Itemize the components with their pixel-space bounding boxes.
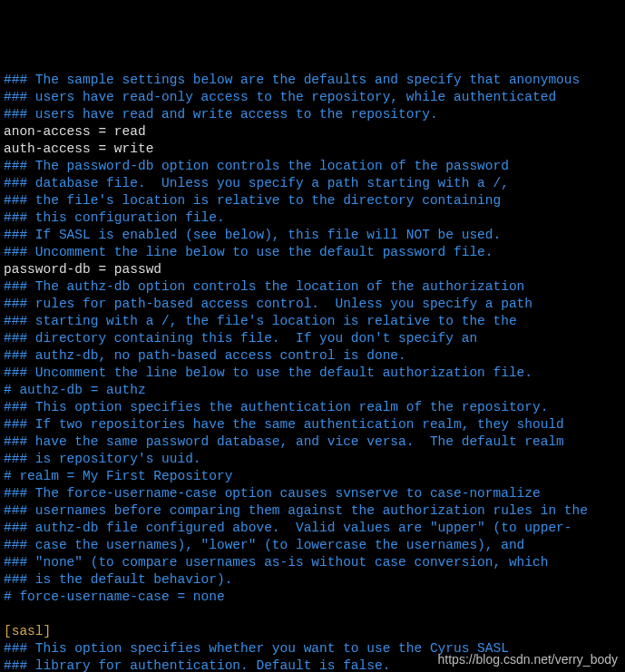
code-line: ### The force-username-case option cause… bbox=[4, 486, 541, 501]
code-line: ### Uncomment the line below to use the … bbox=[4, 365, 532, 380]
code-line: ### have the same password database, and… bbox=[4, 434, 564, 449]
code-line: # authz-db = authz bbox=[4, 383, 146, 397]
code-line: password-db = passwd bbox=[4, 262, 161, 277]
code-line: ### The authz-db option controls the loc… bbox=[4, 279, 524, 294]
code-line: ### Uncomment the line below to use the … bbox=[4, 245, 493, 259]
code-line: ### authz-db file configured above. Vali… bbox=[4, 521, 572, 535]
watermark: https://blog.csdn.net/verry_body bbox=[438, 651, 618, 668]
code-line: ### is the default behavior). bbox=[4, 572, 232, 587]
code-line: ### directory containing this file. If y… bbox=[4, 331, 477, 346]
code-line: ### authz-db, no path-based access contr… bbox=[4, 348, 406, 363]
code-line: ### If two repositories have the same au… bbox=[4, 417, 564, 432]
code-line: # force-username-case = none bbox=[4, 589, 225, 604]
code-line: auth-access = write bbox=[4, 141, 153, 156]
code-line: ### The password-db option controls the … bbox=[4, 159, 509, 173]
code-line: ### "none" (to compare usernames as-is w… bbox=[4, 555, 548, 570]
code-line: ### If SASL is enabled (see below), this… bbox=[4, 228, 501, 242]
code-line: ### the file's location is relative to t… bbox=[4, 193, 501, 208]
code-line: ### users have read and write access to … bbox=[4, 107, 438, 122]
code-line: ### library for authentication. Default … bbox=[4, 658, 390, 672]
code-line: ### This option specifies whether you wa… bbox=[4, 641, 509, 656]
code-line: ### usernames before comparing them agai… bbox=[4, 503, 588, 518]
code-line: ### is repository's uuid. bbox=[4, 452, 201, 466]
code-line: ### this configuration file. bbox=[4, 210, 225, 225]
code-line: ### users have read-only access to the r… bbox=[4, 90, 556, 104]
code-line: ### starting with a /, the file's locati… bbox=[4, 314, 517, 328]
code-line: ### database file. Unless you specify a … bbox=[4, 176, 509, 190]
code-line: [sasl] bbox=[4, 624, 51, 638]
code-line: ### case the usernames), "lower" (to low… bbox=[4, 538, 524, 552]
code-line: # realm = My First Repository bbox=[4, 469, 232, 483]
terminal-editor[interactable]: ### The sample settings below are the de… bbox=[4, 72, 621, 672]
code-line: ### This option specifies the authentica… bbox=[4, 400, 548, 414]
code-line: ### rules for path-based access control.… bbox=[4, 297, 532, 311]
code-line: anon-access = read bbox=[4, 124, 146, 139]
code-line: ### The sample settings below are the de… bbox=[4, 73, 580, 87]
